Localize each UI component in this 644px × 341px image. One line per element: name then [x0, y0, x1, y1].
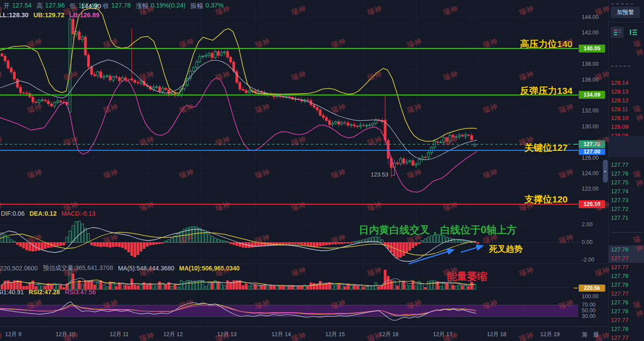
date-label-9: 12月 18 [487, 331, 506, 338]
bid-row-6[interactable]: 127.71 [611, 214, 629, 221]
liquidation-button[interactable]: 爆 [593, 331, 599, 339]
macd-tick-0.00: 0.00 [582, 239, 592, 245]
macd-cross-note: 日内黄白线交叉，白线位于0轴上方 [359, 223, 517, 237]
bid-row-2[interactable]: 127.75 [611, 179, 629, 186]
ohlc-token-5: 振幅0.37% [190, 2, 223, 10]
price-badge-120.10: 120.10 [579, 200, 605, 208]
sidebar-top-dashes [611, 4, 633, 4]
orderbook-panel: 加预警 查看主力挂单 委比: +0.05% 价格(USDT) 128.14128… [608, 0, 644, 341]
trade-row-3[interactable]: 127.78 [611, 273, 629, 279]
date-label-4: 12月 13 [217, 331, 237, 338]
price-tick-136: 136.00 [582, 77, 599, 83]
trade-row-0[interactable]: 127.78 [611, 246, 629, 253]
rsi-tick-30.00: 30.00 [582, 313, 595, 319]
trade-row-9[interactable]: 127.78 [611, 326, 629, 332]
ask-row-4[interactable]: 128.10 [611, 115, 629, 121]
date-label-6: 12月 15 [325, 331, 345, 338]
bid-row-1[interactable]: 127.76 [611, 170, 629, 177]
orderbook-asks-icon[interactable] [641, 26, 644, 38]
date-label-1: 12月 10 [56, 331, 75, 338]
date-label-10: 12月 19 [540, 331, 560, 338]
price-tick-144: 144.00 [582, 14, 599, 20]
boll-lower-value: LB:126.89 [69, 11, 100, 19]
trades-divider [611, 232, 643, 232]
price-tick-138: 138.00 [582, 61, 599, 67]
orderbook-list-icon[interactable] [627, 26, 640, 38]
trading-app: 开127.54高127.96低127.49收127.78涨幅0.19%(0.24… [0, 0, 644, 341]
macd-value: MACD:-0.13 [61, 210, 95, 217]
volume-value: 220,502.0600 [0, 265, 38, 272]
panel-collapse-handle[interactable]: ▸ [603, 160, 608, 183]
volume-values-row: 220,502.0600 预估成交量:365,641.3708 MA(5):54… [0, 264, 240, 272]
ohlc-token-3: 收127.78 [103, 2, 131, 10]
ask-row-3[interactable]: 128.11 [611, 106, 628, 112]
date-label-2: 12月 11 [110, 331, 129, 338]
volume-ma5-value: MA(5):548,444.3680 [118, 265, 174, 272]
trade-row-7[interactable]: 127.78 [611, 308, 629, 315]
ohlc-token-1: 高127.96 [37, 2, 65, 10]
price-badge-140.05: 140.05 [579, 45, 605, 52]
time-axis[interactable]: 筹 爆 12月 912月 1012月 1112月 1212月 1312月 141… [0, 326, 608, 341]
bid-row-3[interactable]: 127.74 [611, 188, 629, 195]
bid-row-0[interactable]: 127.77 [611, 161, 629, 168]
price-badge-134.09: 134.09 [579, 91, 605, 99]
ask-row-2[interactable]: 128.12 [611, 97, 629, 104]
add-alert-button[interactable]: 加预警 [611, 7, 640, 18]
ask-row-5[interactable]: 128.09 [611, 124, 629, 130]
price-tick-130: 130.00 [582, 124, 599, 130]
rsi2-value: RSI2:47.28 [29, 289, 60, 296]
rsi-tick-70.00: 70.00 [582, 302, 595, 308]
price-tick-126: 126.00 [582, 155, 599, 161]
rsi-tick-100.00: 100.00 [582, 293, 599, 300]
level-label-key-127: 关键位127 [524, 142, 568, 154]
low-price-label: 123.53 → [371, 171, 395, 178]
trade-row-5[interactable]: 127.77 [611, 290, 629, 297]
price-tick-122: 122.00 [582, 186, 599, 192]
orderbook-split-icon[interactable] [611, 26, 624, 38]
price-tick-124: 124.00 [582, 170, 599, 176]
current-price-tick [574, 144, 578, 145]
level-label-support-120: 支撑位120 [524, 193, 568, 206]
ohlc-token-0: 开127.54 [4, 2, 32, 10]
boll-row: BOLL:128.30 UB:129.72 LB:126.89 [0, 11, 99, 19]
ohlc-summary: 开127.54高127.96低127.49收127.78涨幅0.19%(0.24… [4, 2, 224, 10]
date-label-3: 12月 12 [163, 331, 183, 338]
rsi1-value: RSI1:40.91 [0, 289, 24, 296]
trade-row-1[interactable]: 127.77 [611, 255, 629, 262]
macd-tick--2.00: -2.00 [582, 257, 595, 263]
price-badge-127.78: 127.78 [579, 140, 605, 148]
rsi-tick-50.00: 50.00 [582, 307, 595, 314]
date-label-7: 12月 16 [379, 331, 399, 338]
sidebar-divider [609, 22, 644, 22]
peak-price-label: 144.90 [81, 2, 101, 10]
volume-tick [574, 288, 578, 289]
trade-row-4[interactable]: 127.78 [611, 281, 629, 288]
trade-row-10[interactable]: 127.77 [611, 334, 629, 341]
level-label-resistance-140: 高压力位140 [520, 38, 572, 50]
volume-ma10-value: MA(10):506,965.0340 [179, 265, 240, 272]
ratio-dashes [611, 66, 630, 67]
volume-badge: 220.5k [579, 285, 605, 292]
trade-row-8[interactable]: 127.77 [611, 317, 629, 323]
trade-row-2[interactable]: 127.77 [611, 264, 629, 270]
rsi3-value: RSI3:47.56 [65, 289, 96, 296]
price-tick-142: 142.00 [582, 30, 599, 36]
ask-row-0[interactable]: 128.14 [611, 79, 629, 86]
boll-mid-value: BOLL:128.30 [0, 11, 29, 19]
chip-distribution-button[interactable]: 筹 [582, 331, 588, 339]
death-cross-note: 死叉趋势 [489, 244, 523, 255]
level-label-rebound-134: 反弹压力134 [520, 85, 572, 97]
bid-row-5[interactable]: 127.72 [611, 206, 629, 212]
ask-row-1[interactable]: 128.13 [611, 88, 629, 95]
date-label-5: 12月 14 [271, 331, 291, 338]
bid-row-4[interactable]: 127.73 [611, 197, 629, 203]
chevron-right-icon: ▸ [604, 169, 606, 173]
ohlc-token-4: 涨幅0.19%(0.24) [136, 2, 185, 10]
trade-row-6[interactable]: 127.78 [611, 299, 629, 306]
macd-values-row: DIF:0.06 DEA:0.12 MACD:-0.13 [1, 210, 95, 217]
price-tick-132: 132.00 [582, 108, 599, 114]
current-price-row[interactable] [609, 136, 644, 157]
price-badge-127.00: 127.00 [579, 149, 605, 155]
est-volume-value: 预估成交量:365,641.3708 [43, 264, 113, 272]
date-label-8: 12月 17 [433, 331, 452, 338]
